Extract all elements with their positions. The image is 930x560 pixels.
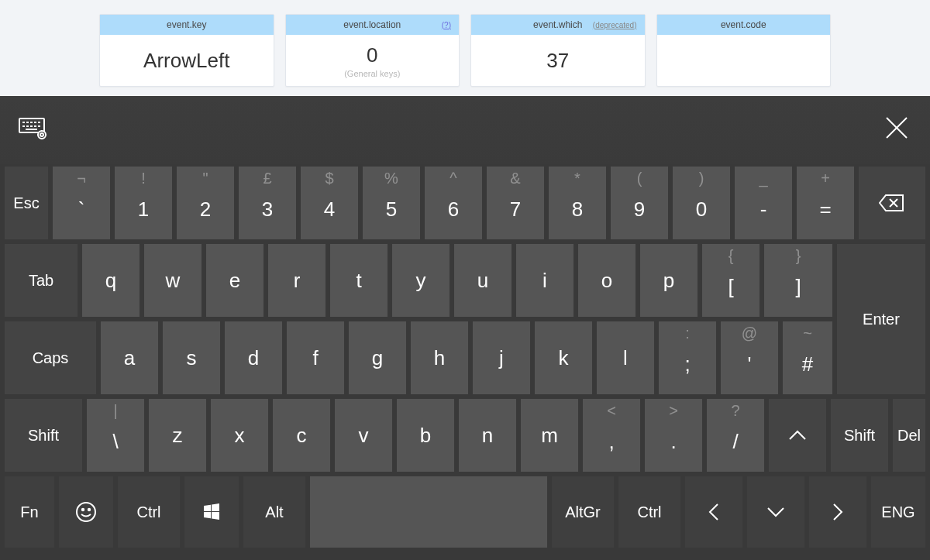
key-period[interactable]: >. bbox=[645, 399, 702, 472]
close-icon[interactable] bbox=[884, 115, 910, 141]
key-u[interactable]: u bbox=[454, 244, 512, 317]
key-a[interactable]: a bbox=[101, 321, 158, 394]
key-d[interactable]: d bbox=[225, 321, 282, 394]
key-row-2: Tab q w e r t y u i o p {[ }] bbox=[5, 244, 832, 317]
key-z[interactable]: z bbox=[149, 399, 206, 472]
key-quote[interactable]: @' bbox=[721, 321, 778, 394]
key-shift-left[interactable]: Shift bbox=[5, 399, 82, 472]
card-event-key: event.key ArrowLeft bbox=[99, 14, 274, 87]
key-comma[interactable]: <, bbox=[583, 399, 640, 472]
key-right-bracket[interactable]: }] bbox=[764, 244, 832, 317]
card-value: 37 bbox=[546, 49, 569, 73]
key-ctrl-left[interactable]: Ctrl bbox=[118, 476, 180, 548]
key-semicolon[interactable]: :; bbox=[659, 321, 716, 394]
event-info-cards: event.key ArrowLeft event.location (?) 0… bbox=[0, 0, 930, 96]
deprecated-label: (deprecated) bbox=[593, 21, 637, 29]
key-x[interactable]: x bbox=[211, 399, 268, 472]
key-row-3: Caps a s d f g h j k l :; @' ~# bbox=[5, 321, 832, 394]
key-y[interactable]: y bbox=[392, 244, 450, 317]
onscreen-keyboard: Esc ¬` !1 "2 £3 $4 %5 ^6 &7 *8 (9 )0 _- … bbox=[0, 96, 930, 560]
key-n[interactable]: n bbox=[459, 399, 516, 472]
key-6[interactable]: ^6 bbox=[425, 167, 482, 239]
key-backspace[interactable] bbox=[859, 167, 925, 239]
key-w[interactable]: w bbox=[144, 244, 202, 317]
card-header: event.which (deprecated) bbox=[471, 15, 645, 35]
key-o[interactable]: o bbox=[578, 244, 636, 317]
key-backslash[interactable]: |\ bbox=[87, 399, 144, 472]
key-r[interactable]: r bbox=[268, 244, 326, 317]
key-row-1: Esc ¬` !1 "2 £3 $4 %5 ^6 &7 *8 (9 )0 _- … bbox=[0, 164, 930, 242]
key-arrow-right[interactable] bbox=[809, 476, 866, 548]
key-arrow-up[interactable] bbox=[769, 399, 826, 472]
chevron-down-icon bbox=[766, 505, 786, 519]
key-c[interactable]: c bbox=[273, 399, 330, 472]
key-hash[interactable]: ~# bbox=[783, 321, 832, 394]
key-8[interactable]: *8 bbox=[549, 167, 606, 239]
key-left-bracket[interactable]: {[ bbox=[702, 244, 760, 317]
chevron-up-icon bbox=[787, 428, 808, 442]
key-4[interactable]: $4 bbox=[301, 167, 358, 239]
key-space[interactable] bbox=[310, 476, 547, 548]
card-value: ArrowLeft bbox=[143, 49, 229, 73]
key-3[interactable]: £3 bbox=[239, 167, 296, 239]
key-fn[interactable]: Fn bbox=[5, 476, 54, 548]
key-arrow-down[interactable] bbox=[747, 476, 804, 548]
keyboard-settings-icon[interactable] bbox=[19, 118, 50, 141]
chevron-right-icon bbox=[831, 502, 845, 522]
key-backtick[interactable]: ¬` bbox=[53, 167, 110, 239]
key-shift-right[interactable]: Shift bbox=[831, 399, 888, 472]
card-subtext: (General keys) bbox=[344, 69, 400, 78]
key-row-5: Fn Ctrl Alt AltGr Ctrl ENG bbox=[0, 474, 930, 550]
key-g[interactable]: g bbox=[349, 321, 406, 394]
backspace-icon bbox=[879, 194, 905, 212]
key-row-4: Shift |\ z x c v b n m <, >. ?/ Shift De… bbox=[0, 397, 930, 474]
card-title: event.key bbox=[167, 19, 206, 30]
key-esc[interactable]: Esc bbox=[5, 167, 48, 239]
svg-point-22 bbox=[77, 503, 95, 521]
key-9[interactable]: (9 bbox=[611, 167, 668, 239]
svg-point-12 bbox=[38, 131, 46, 139]
card-event-code: event.code bbox=[656, 14, 832, 87]
key-emoji[interactable] bbox=[59, 476, 113, 548]
key-j[interactable]: j bbox=[473, 321, 530, 394]
key-i[interactable]: i bbox=[516, 244, 574, 317]
card-title: event.which bbox=[533, 19, 582, 30]
help-link[interactable]: (?) bbox=[442, 21, 451, 29]
key-slash[interactable]: ?/ bbox=[707, 399, 764, 472]
key-windows[interactable] bbox=[184, 476, 239, 548]
key-f[interactable]: f bbox=[287, 321, 344, 394]
key-h[interactable]: h bbox=[411, 321, 468, 394]
key-e[interactable]: e bbox=[206, 244, 264, 317]
key-caps[interactable]: Caps bbox=[5, 321, 96, 394]
key-s[interactable]: s bbox=[163, 321, 220, 394]
key-del[interactable]: Del bbox=[893, 399, 925, 472]
key-5[interactable]: %5 bbox=[363, 167, 420, 239]
key-1[interactable]: !1 bbox=[115, 167, 172, 239]
keyboard-top-bar bbox=[0, 96, 930, 164]
card-header: event.location (?) bbox=[286, 15, 460, 35]
key-l[interactable]: l bbox=[597, 321, 654, 394]
key-b[interactable]: b bbox=[397, 399, 454, 472]
key-7[interactable]: &7 bbox=[487, 167, 544, 239]
key-q[interactable]: q bbox=[82, 244, 140, 317]
key-alt[interactable]: Alt bbox=[243, 476, 305, 548]
key-language[interactable]: ENG bbox=[871, 476, 925, 548]
key-ctrl-right[interactable]: Ctrl bbox=[618, 476, 680, 548]
emoji-icon bbox=[74, 500, 98, 524]
key-2[interactable]: "2 bbox=[177, 167, 234, 239]
key-k[interactable]: k bbox=[535, 321, 592, 394]
card-event-which: event.which (deprecated) 37 bbox=[470, 14, 646, 87]
key-altgr[interactable]: AltGr bbox=[552, 476, 614, 548]
card-header: event.code bbox=[657, 15, 831, 35]
key-arrow-left[interactable] bbox=[685, 476, 742, 548]
key-minus[interactable]: _- bbox=[735, 167, 792, 239]
key-enter[interactable]: Enter bbox=[837, 244, 925, 394]
key-v[interactable]: v bbox=[335, 399, 392, 472]
card-title: event.code bbox=[721, 19, 766, 30]
key-tab[interactable]: Tab bbox=[5, 244, 78, 317]
key-m[interactable]: m bbox=[521, 399, 578, 472]
key-t[interactable]: t bbox=[330, 244, 388, 317]
key-p[interactable]: p bbox=[640, 244, 698, 317]
key-0[interactable]: )0 bbox=[673, 167, 730, 239]
key-equal[interactable]: += bbox=[797, 167, 854, 239]
